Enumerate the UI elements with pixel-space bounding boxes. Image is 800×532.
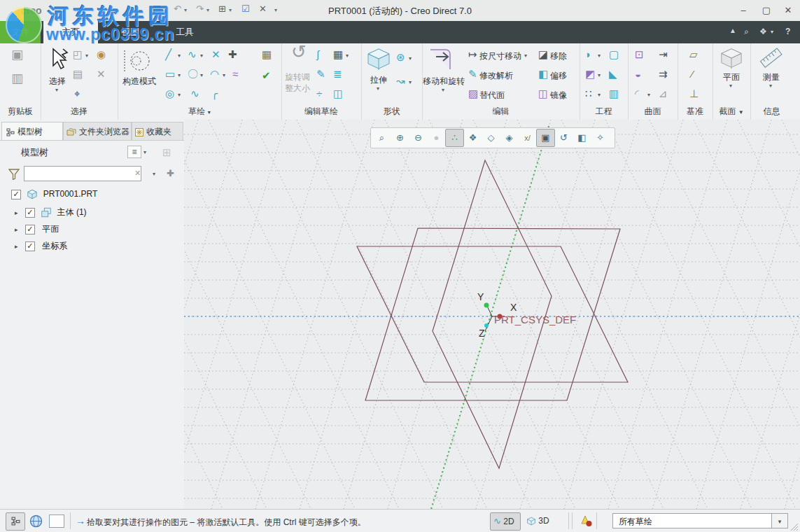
clear-selection-icon[interactable]: ✕	[97, 69, 106, 80]
draft-icon[interactable]: ◣	[609, 69, 617, 80]
group-label-sketch[interactable]: 草绘 ▾	[118, 106, 281, 118]
find-icon[interactable]: ⌖	[74, 88, 80, 99]
line-tool-icon[interactable]: ╱	[165, 49, 171, 60]
perspective-view-button[interactable]: ✧	[591, 129, 610, 147]
checkbox-body[interactable]: ✓	[25, 208, 35, 218]
datum-plane-icon[interactable]: ▱	[689, 49, 698, 60]
tree-row-csys[interactable]: ▸ ✓ 坐标系	[0, 240, 67, 254]
mirror-button[interactable]: 镜像	[550, 90, 567, 102]
sketch-region-icon[interactable]: ▦	[262, 49, 272, 60]
y-axis-handle[interactable]	[484, 303, 489, 308]
filter-dropdown-icon[interactable]: ▾	[153, 171, 155, 177]
round-dropdown-icon[interactable]: ▾	[598, 52, 601, 59]
filter-clear-icon[interactable]: ✕	[134, 169, 141, 178]
surface-offset-icon[interactable]: ◜	[635, 88, 639, 99]
annotation-display-button[interactable]: ▣	[536, 129, 555, 147]
move-by-dimension-button[interactable]: 按尺寸移动	[479, 50, 521, 62]
spline-dropdown-icon[interactable]: ▾	[200, 52, 203, 59]
zoom-in-button[interactable]: ⊕	[391, 129, 409, 147]
tree-label[interactable]: 坐标系	[42, 241, 67, 251]
remove-button[interactable]: 移除	[550, 50, 567, 62]
replace-face-button[interactable]: 替代面	[479, 90, 505, 102]
shell-icon[interactable]: ▢	[609, 49, 619, 60]
z-axis-handle[interactable]	[484, 323, 489, 328]
tree-settings-icon[interactable]: ≡	[127, 146, 141, 158]
chamfer-icon[interactable]: ◩	[585, 69, 595, 80]
notification-alert-icon[interactable]	[580, 514, 594, 528]
tree-row-body[interactable]: ▸ ✓ 主体 (1)	[0, 206, 87, 220]
mirror-sketch-icon[interactable]: ◫	[333, 88, 343, 99]
expander-icon[interactable]: ▸	[15, 243, 18, 250]
surface-fill-icon[interactable]: ⊡	[635, 49, 644, 60]
filter-add-icon[interactable]: ✚	[167, 168, 174, 178]
revolve-dropdown-icon[interactable]: ▾	[409, 55, 412, 62]
toggle-navigator-button[interactable]	[6, 512, 25, 531]
tree-settings-dropdown-icon[interactable]: ▾	[143, 149, 146, 155]
sine-curve-icon[interactable]: ∿	[190, 88, 199, 99]
pattern-icon[interactable]: ∷	[585, 88, 592, 99]
sketch-parallelogram-1[interactable]	[365, 228, 620, 400]
construction-mode-button[interactable]: 构造模式	[118, 76, 161, 88]
minimize-button[interactable]: –	[733, 3, 754, 18]
offset-button[interactable]: 偏移	[550, 70, 567, 82]
checkbox-part[interactable]: ✓	[11, 190, 21, 200]
tree-label[interactable]: 平面	[42, 224, 59, 234]
sketch-filter-dropdown-icon[interactable]: ▾	[771, 513, 788, 528]
align-sketch-icon[interactable]: ≣	[333, 69, 342, 80]
construction-mode-icon[interactable]	[122, 49, 155, 73]
tree-label[interactable]: PRT0001.PRT	[43, 189, 98, 199]
extrude-button[interactable]: 拉伸	[361, 74, 396, 86]
sketch-pattern-icon[interactable]: ▦	[333, 49, 343, 60]
replace-face-icon[interactable]: ▨	[468, 88, 478, 99]
circle-tool-icon[interactable]: ◎	[165, 88, 174, 99]
section-plane-dropdown-icon[interactable]: ▾	[729, 83, 732, 89]
graphics-area[interactable]: X Y Z PRT_CSYS_DEF ⌕ ⊕ ⊖ ● ∴ ❖ ◇ ◈ x/ ▣ …	[184, 120, 800, 509]
select-cursor-icon[interactable]	[49, 48, 69, 71]
circle-dropdown-icon[interactable]: ▾	[178, 92, 181, 98]
mode-2d-button[interactable]: ∿ 2D	[490, 512, 521, 531]
web-browser-icon[interactable]	[29, 514, 43, 528]
blank-page-icon[interactable]	[49, 514, 64, 528]
box-select-icon[interactable]: ◰	[73, 49, 83, 60]
arc-dropdown-icon[interactable]: ▾	[223, 72, 225, 78]
divide-entity-icon[interactable]: ÷	[316, 88, 322, 99]
ellipse-dropdown-icon[interactable]: ▾	[200, 72, 203, 78]
command-search-icon[interactable]: ⌕	[744, 27, 749, 36]
appearance-palette-icon[interactable]: ◉	[97, 49, 106, 60]
tab-tools[interactable]: 工具	[160, 21, 210, 43]
move-rotate-button[interactable]: 移动和旋转	[422, 76, 465, 88]
panel-tab-folder-browser[interactable]: 文件夹浏览器	[63, 122, 132, 141]
round-icon[interactable]: ◗	[585, 49, 591, 60]
remove-icon[interactable]: ◪	[538, 49, 548, 60]
maximize-button[interactable]: ▢	[756, 3, 777, 18]
datum-axis-icon[interactable]: ⁄	[692, 69, 694, 80]
resize-grip[interactable]	[790, 523, 799, 531]
standard-view-button[interactable]: ◇	[482, 129, 500, 147]
chamfer-dropdown-icon[interactable]: ▾	[598, 72, 601, 78]
offset-sketch-icon[interactable]: ≈	[232, 69, 238, 80]
surface-offset-dropdown-icon[interactable]: ▾	[647, 92, 650, 98]
panel-tab-model-tree[interactable]: 模型树	[1, 122, 63, 141]
select-button[interactable]: 选择	[41, 76, 74, 88]
select-dropdown-icon[interactable]: ▾	[55, 87, 58, 93]
group-label-section[interactable]: 截面 ▼	[713, 106, 750, 118]
move-rotate-dropdown-icon[interactable]: ▾	[442, 87, 444, 93]
mode-3d-button[interactable]: 3D	[524, 512, 555, 529]
rib-icon[interactable]: ▥	[609, 88, 619, 99]
learning-center-icon[interactable]: ❖	[759, 27, 767, 36]
expander-icon[interactable]: ▸	[15, 209, 18, 216]
surface-vertex-icon[interactable]: ⊿	[659, 88, 668, 99]
surface-trim-icon[interactable]: ◒	[635, 69, 641, 80]
extrude-dropdown-icon[interactable]: ▾	[377, 85, 379, 92]
tree-label[interactable]: 主体 (1)	[57, 207, 87, 217]
move-rotate-icon[interactable]	[428, 47, 458, 72]
help-icon[interactable]: ?	[785, 27, 790, 36]
checkbox-csys[interactable]: ✓	[25, 241, 35, 251]
tree-filter-input[interactable]	[24, 166, 141, 181]
datum-csys-icon[interactable]: ⊥	[689, 88, 699, 99]
surface-extend-icon[interactable]: ⇥	[659, 49, 668, 60]
spline-tool-icon[interactable]: ∿	[188, 49, 197, 60]
zoom-region-button[interactable]: ⌕	[372, 129, 391, 147]
measure-ruler-icon[interactable]	[759, 47, 783, 69]
tree-row-planes[interactable]: ▸ ✓ 平面	[0, 223, 59, 237]
